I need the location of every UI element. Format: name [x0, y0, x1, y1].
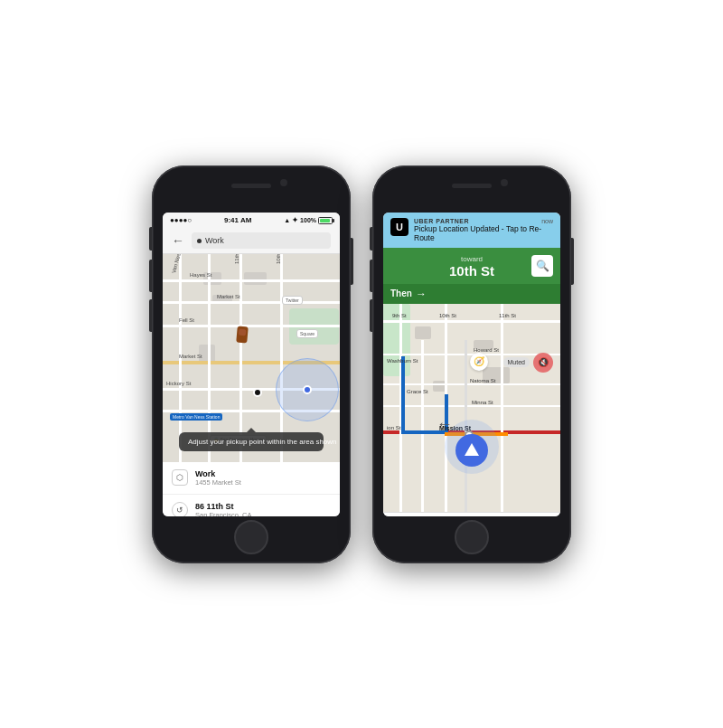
recent-icon: ↺: [172, 502, 188, 516]
app-name: UBER PARTNER: [414, 218, 469, 224]
car-icon: [236, 326, 249, 343]
volume-down-button[interactable]: [149, 299, 152, 332]
status-icons: ▲ ✦ 100%: [284, 216, 333, 224]
gps-icon: ▲: [284, 217, 290, 223]
twitter-place: Twitter: [282, 296, 303, 305]
road-market-diag: [163, 301, 340, 304]
search-button[interactable]: 🔍: [531, 255, 553, 277]
navigation-map[interactable]: 9th St 10th St 11th St Howard St Natoma …: [383, 304, 560, 512]
street-11th-label: 11th St: [499, 313, 516, 318]
map-view[interactable]: Van Ness Ave Hayes St Market St Fell St …: [163, 254, 340, 462]
street-label-hayes: Hayes St: [190, 272, 211, 278]
phone-home-button[interactable]: [234, 520, 268, 554]
mute-button[interactable]: [149, 227, 152, 251]
phone-1: ●●●●○ 9:41 AM ▲ ✦ 100% ← Work: [152, 165, 351, 563]
back-direction-arrow: ←: [437, 415, 453, 434]
power-button[interactable]: [351, 238, 353, 285]
mute-button-2[interactable]: [370, 227, 372, 251]
square-place: Square: [296, 329, 318, 338]
building-2: [433, 381, 446, 392]
road-fell: [163, 325, 340, 327]
pickup-area-circle[interactable]: [276, 358, 339, 421]
road-11th: [239, 254, 242, 462]
volume-up-button-2[interactable]: [370, 260, 372, 292]
battery-percentage: 100%: [300, 217, 316, 223]
search-text: Work: [205, 236, 224, 245]
signal-indicator: ●●●●○: [170, 216, 192, 224]
status-bar: ●●●●○ 9:41 AM ▲ ✦ 100%: [163, 213, 340, 229]
street-label-van-ness: Van Ness Ave: [171, 254, 184, 274]
minna-label: Minna St: [472, 400, 493, 405]
metro-station-label: Metro Van Ness Station: [170, 413, 222, 421]
uber-notification[interactable]: U UBER PARTNER now Pickup Location Updat…: [383, 213, 560, 248]
street-label-hickory: Hickory St: [166, 381, 191, 386]
work-icon: ⬡: [172, 469, 188, 486]
volume-up-button[interactable]: [149, 260, 152, 292]
time-display: 9:41 AM: [224, 216, 251, 224]
notification-content: UBER PARTNER now Pickup Location Updated…: [414, 218, 553, 242]
bluetooth-icon: ✦: [292, 216, 298, 224]
street-label-10th: 10th St: [276, 254, 281, 264]
then-bar: Then →: [383, 284, 560, 304]
street-9th: 9th St: [392, 313, 407, 318]
notification-header-row: UBER PARTNER now: [414, 218, 553, 224]
list-item[interactable]: ⬡ Work 1455 Market St: [163, 462, 340, 495]
notification-time: now: [541, 218, 553, 224]
mute-button-nav[interactable]: 🔇: [533, 353, 553, 373]
building-2: [415, 326, 431, 339]
search-header: ← Work: [163, 229, 340, 254]
phone-1-screen: ●●●●○ 9:41 AM ▲ ✦ 100% ← Work: [163, 213, 340, 516]
phone-1-body: ●●●●○ 9:41 AM ▲ ✦ 100% ← Work: [152, 165, 351, 563]
phone-camera: [280, 179, 287, 186]
route-segment-blue-v: [401, 356, 405, 433]
street-label-market: Market St: [217, 294, 240, 299]
grace-label: Grace St: [407, 389, 428, 394]
nav-bottom-bar: ^ 3 min 0.3 mi · 12:10 PM EXIT: [383, 512, 560, 516]
volume-down-button-2[interactable]: [370, 299, 372, 332]
then-arrow-icon: →: [416, 288, 427, 300]
pickup-tooltip: Adjust your pickup point within the area…: [179, 432, 324, 451]
phone-speaker: [231, 184, 271, 188]
pickup-center-dot: [303, 385, 312, 394]
back-button[interactable]: ←: [172, 233, 184, 248]
navigation-bar: toward 10th St 🔍: [383, 248, 560, 284]
road-v-11th: [501, 304, 503, 512]
power-button-2[interactable]: [571, 238, 574, 285]
phone-2: U UBER PARTNER now Pickup Location Updat…: [372, 165, 571, 563]
location-list: ⬡ Work 1455 Market St ↺ 86 11th St San F…: [163, 462, 340, 516]
list-item-subtitle: San Francisco, CA: [195, 511, 252, 516]
road-polk: [208, 254, 211, 462]
phone-home-button-2[interactable]: [455, 520, 489, 554]
phone-2-screen: U UBER PARTNER now Pickup Location Updat…: [383, 213, 560, 516]
then-label: Then: [390, 288, 412, 298]
list-item-text: Work 1455 Market St: [195, 469, 241, 487]
street-10th-label: 10th St: [439, 313, 456, 318]
list-item-title: Work: [195, 469, 241, 478]
location-dot-icon: [197, 239, 202, 243]
muted-label: Muted: [503, 357, 530, 367]
muted-badge: Muted 🔇: [503, 353, 553, 373]
notification-title: Pickup Location Updated - Tap to Re-Rout…: [414, 224, 553, 242]
list-item-subtitle: 1455 Market St: [195, 478, 241, 487]
search-bar[interactable]: Work: [192, 232, 331, 249]
uber-app-icon: U: [390, 218, 408, 236]
road-h-top: [383, 320, 560, 323]
road-10th: [280, 254, 283, 462]
phone-2-body: U UBER PARTNER now Pickup Location Updat…: [372, 165, 571, 563]
list-item-text: 86 11th St San Francisco, CA: [195, 502, 252, 516]
uber-logo-text: U: [396, 222, 403, 232]
battery-icon: [318, 217, 333, 224]
navigation-arrow-button[interactable]: [455, 434, 488, 467]
building: [244, 272, 267, 285]
road-h-natoma: [383, 383, 560, 385]
destination-pin[interactable]: [253, 388, 262, 397]
road-v-grace: [421, 340, 424, 512]
list-item[interactable]: ↺ 86 11th St San Francisco, CA: [163, 495, 340, 516]
howard-label: Howard St: [474, 347, 499, 353]
phone-speaker-2: [452, 184, 492, 188]
street-label-fell: Fell St: [179, 317, 194, 323]
list-item-title: 86 11th St: [195, 502, 252, 511]
natoma-label: Natoma St: [470, 378, 495, 383]
mission-label-2: ion St: [387, 425, 400, 430]
compass-rose[interactable]: 🧭: [470, 353, 488, 371]
